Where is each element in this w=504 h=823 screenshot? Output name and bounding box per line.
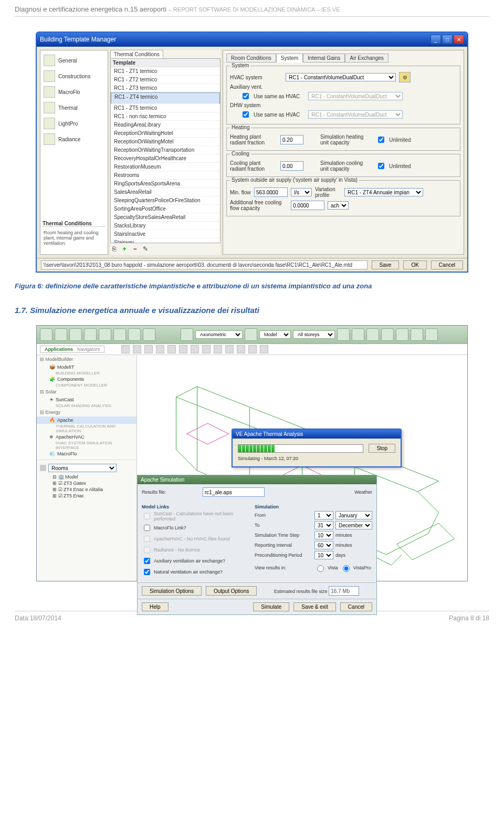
from-day-select[interactable]: 1	[314, 511, 333, 519]
add-free-value[interactable]	[291, 201, 324, 210]
tab-room-conditions[interactable]: Room Conditions	[226, 54, 276, 62]
sim-options-button[interactable]: Simulation Options	[142, 586, 202, 596]
tree-item[interactable]: ⊞ ☑ ZT3 Gates	[37, 480, 136, 486]
tool-icon[interactable]	[69, 328, 82, 341]
template-item[interactable]: RC1 - ZT5 termico	[111, 104, 220, 112]
tab-internal-gains[interactable]: Internal Gains	[303, 54, 345, 62]
cancel-button[interactable]: Cancel	[431, 261, 463, 269]
template-item[interactable]: ReceptionOrWaitingTransportation	[111, 146, 220, 154]
aux-same-checkbox[interactable]	[243, 93, 249, 99]
tool-icon[interactable]	[381, 328, 394, 341]
tool-icon[interactable]	[40, 328, 52, 341]
stop-button[interactable]: Stop	[369, 444, 395, 453]
strip-icon[interactable]	[214, 345, 222, 353]
nav-macroflo[interactable]: 💨MacroFlo	[37, 450, 136, 457]
rooms-select[interactable]: Rooms	[48, 464, 117, 472]
3d-viewport[interactable]: VE Apache Thermal Analysis Stop Simulati…	[137, 355, 467, 581]
add-free-unit[interactable]: ach	[328, 201, 349, 210]
strip-icon[interactable]	[202, 345, 211, 353]
cooling-plant-value[interactable]	[280, 161, 303, 171]
template-item[interactable]: Restrooms	[111, 171, 220, 180]
strip-icon[interactable]	[156, 345, 164, 353]
strip-icon[interactable]	[248, 345, 257, 353]
tool-icon[interactable]	[245, 328, 257, 341]
dhw-same-checkbox[interactable]	[243, 111, 249, 118]
left-item-general[interactable]: General	[43, 53, 106, 68]
strip-icon[interactable]	[133, 345, 141, 353]
view-mode-select[interactable]: Axonometric	[195, 330, 243, 339]
template-item[interactable]: SortingAreaPostOffice	[111, 205, 220, 213]
min-flow-value[interactable]	[254, 187, 288, 197]
tool-icon[interactable]	[352, 328, 364, 341]
close-icon[interactable]: ✕	[454, 35, 464, 44]
copy-icon[interactable]: ⎘	[110, 245, 118, 253]
sim-cancel-button[interactable]: Cancel	[340, 602, 372, 611]
to-day-select[interactable]: 31	[314, 521, 333, 529]
sim-heat-unlimited-checkbox[interactable]	[378, 137, 384, 143]
template-item[interactable]: RC1 - ZT1 termico	[111, 67, 220, 76]
tool-icon[interactable]	[337, 328, 350, 341]
report-interval-select[interactable]: 60	[314, 541, 333, 549]
nav-modelit[interactable]: 📦ModelIT	[37, 363, 136, 371]
tool-icon[interactable]	[396, 328, 408, 341]
template-list[interactable]: Template RC1 - ZT1 termicoRC1 - ZT2 term…	[110, 58, 220, 243]
applications-tab[interactable]: Applications	[45, 347, 73, 352]
strip-icon[interactable]	[225, 345, 234, 353]
save-exit-button[interactable]: Save & exit	[293, 602, 336, 611]
timestep-select[interactable]: 10	[314, 531, 333, 539]
edit-icon[interactable]: ✎	[142, 245, 149, 253]
view-icon[interactable]	[181, 328, 193, 341]
template-item[interactable]: RC1 - ZT4 termico	[111, 92, 220, 104]
maximize-icon[interactable]: □	[442, 35, 453, 44]
template-item[interactable]: RecoveryHospitalOrHealthcare	[111, 154, 220, 163]
tool-icon[interactable]	[99, 328, 111, 341]
remove-icon[interactable]: −	[131, 245, 139, 253]
template-item[interactable]: RC1 - ZT2 termico	[111, 76, 220, 84]
heating-plant-value[interactable]	[280, 135, 303, 144]
tool-icon[interactable]	[425, 328, 438, 341]
tool-icon[interactable]	[128, 328, 141, 341]
template-item[interactable]: RingSportsAreaSportsArena	[111, 180, 220, 188]
nav-components[interactable]: 🧩Components	[37, 376, 136, 383]
ok-button[interactable]: OK	[403, 261, 426, 269]
natvent-checkbox[interactable]	[144, 569, 150, 575]
tool-icon[interactable]	[55, 328, 67, 341]
template-item[interactable]: SalesAreaRetail	[111, 188, 220, 196]
nav-apachehvac[interactable]: ❄ApacheHVAC	[37, 433, 136, 441]
template-item[interactable]: SleepingQuartersPoliceOrFireStation	[111, 196, 220, 205]
left-item-radiance[interactable]: Radiance	[43, 131, 106, 147]
tree-model[interactable]: Model	[65, 474, 78, 480]
vistapro-radio[interactable]	[343, 565, 350, 572]
nav-apache[interactable]: 🔥Apache	[37, 416, 136, 424]
template-item[interactable]: RC1 - ZT3 termico	[111, 84, 220, 92]
tool-icon[interactable]	[113, 328, 126, 341]
template-item[interactable]: SpecialtyStoreSalesAreaRetail	[111, 213, 220, 222]
tab-thermal-conditions[interactable]: Thermal Conditions	[110, 50, 163, 58]
hvac-select[interactable]: RC1 - ConstantVolumeDualDuct	[286, 73, 396, 81]
tab-air-exchanges[interactable]: Air Exchanges	[345, 54, 388, 62]
strip-icon[interactable]	[144, 345, 153, 353]
tool-icon[interactable]	[84, 328, 97, 341]
macroflo-checkbox[interactable]	[144, 525, 150, 531]
template-item[interactable]: Stairway	[111, 238, 220, 243]
storeys-select[interactable]: All storeys	[293, 330, 335, 339]
template-item[interactable]: ReceptionOrWaitingHotel	[111, 129, 220, 138]
var-prof-select[interactable]: RC1 - ZT4 Annuale impian	[344, 188, 423, 196]
template-item[interactable]: ReadingAreaLibrary	[111, 121, 220, 129]
strip-icon[interactable]	[191, 345, 199, 353]
minimize-icon[interactable]: _	[430, 35, 441, 44]
simulate-button[interactable]: Simulate	[253, 602, 289, 611]
tree-item[interactable]: ⊞ ☑ ZT5 Enac	[37, 493, 136, 499]
template-item[interactable]: StacksLibrary	[111, 222, 220, 230]
template-item[interactable]: StairsInactive	[111, 230, 220, 238]
template-item[interactable]: RestorationMuseum	[111, 163, 220, 171]
min-flow-unit[interactable]: l/s	[291, 188, 312, 196]
tool-icon[interactable]	[143, 328, 155, 341]
add-icon[interactable]: +	[121, 245, 128, 253]
nav-suncast[interactable]: ☀SunCast	[37, 396, 136, 403]
navigators-tab[interactable]: Navigators	[77, 347, 100, 352]
results-file-input[interactable]	[203, 487, 265, 497]
to-month-select[interactable]: December	[335, 521, 372, 529]
template-item[interactable]: ReceptionOrWaitingMotel	[111, 138, 220, 146]
tool-icon[interactable]	[411, 328, 423, 341]
